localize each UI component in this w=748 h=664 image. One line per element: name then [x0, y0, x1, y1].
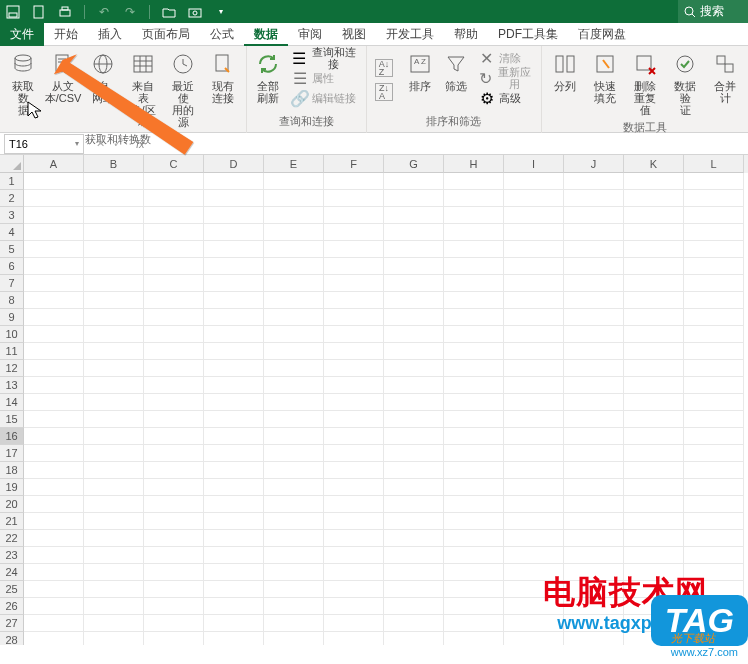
- cell[interactable]: [384, 190, 444, 207]
- cell[interactable]: [204, 360, 264, 377]
- cell[interactable]: [264, 326, 324, 343]
- properties-button[interactable]: ☰属性: [288, 68, 362, 88]
- cell[interactable]: [624, 428, 684, 445]
- cell[interactable]: [144, 513, 204, 530]
- cell[interactable]: [144, 479, 204, 496]
- cell[interactable]: [384, 224, 444, 241]
- cell[interactable]: [624, 190, 684, 207]
- cell[interactable]: [324, 428, 384, 445]
- cell[interactable]: [324, 632, 384, 645]
- cell[interactable]: [564, 258, 624, 275]
- cell[interactable]: [144, 377, 204, 394]
- row-header[interactable]: 9: [0, 309, 24, 326]
- row-header[interactable]: 22: [0, 530, 24, 547]
- cell[interactable]: [684, 496, 744, 513]
- cell[interactable]: [264, 530, 324, 547]
- cell[interactable]: [24, 326, 84, 343]
- formula-input[interactable]: [151, 133, 748, 154]
- cell[interactable]: [384, 309, 444, 326]
- from-web-button[interactable]: 自 网站: [84, 48, 122, 130]
- row-header[interactable]: 10: [0, 326, 24, 343]
- cell[interactable]: [384, 360, 444, 377]
- row-header[interactable]: 23: [0, 547, 24, 564]
- cell[interactable]: [24, 513, 84, 530]
- cell[interactable]: [84, 275, 144, 292]
- tab-layout[interactable]: 页面布局: [132, 23, 200, 46]
- cell[interactable]: [444, 224, 504, 241]
- cell[interactable]: [264, 343, 324, 360]
- cell[interactable]: [204, 445, 264, 462]
- cell[interactable]: [324, 224, 384, 241]
- cell[interactable]: [504, 258, 564, 275]
- cell[interactable]: [444, 513, 504, 530]
- cell[interactable]: [324, 479, 384, 496]
- cell[interactable]: [384, 428, 444, 445]
- cell[interactable]: [384, 326, 444, 343]
- cell[interactable]: [504, 377, 564, 394]
- cell[interactable]: [84, 224, 144, 241]
- cell[interactable]: [504, 292, 564, 309]
- cell[interactable]: [564, 173, 624, 190]
- cell[interactable]: [84, 258, 144, 275]
- cell[interactable]: [84, 513, 144, 530]
- cell[interactable]: [324, 462, 384, 479]
- cell[interactable]: [264, 496, 324, 513]
- camera-icon[interactable]: [188, 5, 202, 19]
- row-header[interactable]: 21: [0, 513, 24, 530]
- existing-conn-button[interactable]: 现有 连接: [204, 48, 242, 130]
- save-icon[interactable]: [6, 5, 20, 19]
- cell[interactable]: [84, 615, 144, 632]
- refresh-all-button[interactable]: 全部刷新: [251, 48, 286, 112]
- cell[interactable]: [204, 513, 264, 530]
- cell[interactable]: [324, 326, 384, 343]
- cell[interactable]: [144, 241, 204, 258]
- row-header[interactable]: 2: [0, 190, 24, 207]
- cell[interactable]: [84, 445, 144, 462]
- cell[interactable]: [564, 479, 624, 496]
- cell[interactable]: [144, 462, 204, 479]
- name-box[interactable]: T16 ▾: [4, 134, 84, 154]
- cell[interactable]: [264, 241, 324, 258]
- cell[interactable]: [684, 547, 744, 564]
- cell[interactable]: [624, 326, 684, 343]
- cell[interactable]: [684, 224, 744, 241]
- cell[interactable]: [504, 513, 564, 530]
- cell[interactable]: [204, 564, 264, 581]
- cell[interactable]: [564, 394, 624, 411]
- cell[interactable]: [264, 479, 324, 496]
- cell[interactable]: [324, 530, 384, 547]
- reapply-button[interactable]: ↻重新应用: [475, 68, 537, 88]
- col-header-A[interactable]: A: [24, 155, 84, 173]
- tab-insert[interactable]: 插入: [88, 23, 132, 46]
- cell[interactable]: [504, 411, 564, 428]
- cell[interactable]: [24, 445, 84, 462]
- cell[interactable]: [504, 207, 564, 224]
- cell[interactable]: [504, 428, 564, 445]
- cell[interactable]: [444, 258, 504, 275]
- cell[interactable]: [384, 598, 444, 615]
- cell[interactable]: [144, 292, 204, 309]
- cell[interactable]: [144, 326, 204, 343]
- cell[interactable]: [444, 275, 504, 292]
- cancel-formula-icon[interactable]: ✕: [96, 137, 105, 150]
- cell[interactable]: [144, 394, 204, 411]
- cell[interactable]: [564, 309, 624, 326]
- cell[interactable]: [264, 428, 324, 445]
- cell[interactable]: [624, 479, 684, 496]
- cell[interactable]: [84, 377, 144, 394]
- cell[interactable]: [324, 258, 384, 275]
- row-header[interactable]: 27: [0, 615, 24, 632]
- cell[interactable]: [24, 564, 84, 581]
- remove-dup-button[interactable]: 删除 重复值: [626, 48, 664, 118]
- cell[interactable]: [684, 292, 744, 309]
- confirm-formula-icon[interactable]: ✓: [113, 137, 122, 150]
- queries-conn-button[interactable]: ☰查询和连接: [288, 48, 362, 68]
- cell[interactable]: [684, 258, 744, 275]
- cell[interactable]: [144, 207, 204, 224]
- cell[interactable]: [84, 564, 144, 581]
- cell[interactable]: [564, 326, 624, 343]
- cell[interactable]: [504, 445, 564, 462]
- cell[interactable]: [204, 428, 264, 445]
- cell[interactable]: [84, 241, 144, 258]
- cell[interactable]: [444, 309, 504, 326]
